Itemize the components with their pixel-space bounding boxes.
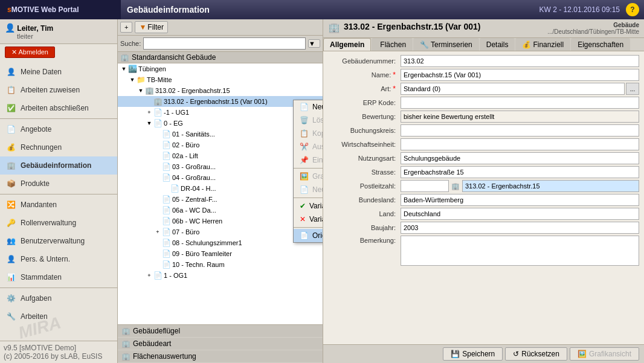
erp-input[interactable] bbox=[401, 97, 639, 109]
sidebar-item-pers-untern[interactable]: 👤 Pers. & Untern. bbox=[0, 250, 117, 268]
sidebar-item-gebaeudeinformation[interactable]: 🏢 Gebäudeinformation bbox=[0, 156, 117, 175]
expand-icon[interactable] bbox=[154, 174, 161, 181]
bundesland-input[interactable] bbox=[401, 194, 639, 206]
tree-item-eg[interactable]: ▼ 📄 0 - EG bbox=[118, 118, 323, 129]
help-button[interactable]: ? bbox=[626, 3, 639, 16]
context-menu-item-neu[interactable]: 📄 Neu bbox=[294, 100, 323, 114]
save-button[interactable]: 💾 Speichern bbox=[443, 347, 503, 361]
tab-flaechen[interactable]: Flächen bbox=[372, 38, 413, 51]
sidebar-item-arbeiten[interactable]: 🔧 Arbeiten bbox=[0, 307, 117, 326]
expand-icon[interactable] bbox=[154, 250, 161, 257]
context-menu-item-variation-verwerfen[interactable]: ✕ Variation verwerfen bbox=[294, 213, 323, 226]
tree-item-sanitaets[interactable]: 📄 01 - Sanitäts... bbox=[118, 129, 323, 140]
tree-item-zentral[interactable]: 📄 05 - Zentral-F... bbox=[118, 194, 323, 205]
context-menu-item-variation-festlegen[interactable]: ✔ Variation festlegen bbox=[294, 199, 323, 213]
land-input[interactable] bbox=[401, 208, 639, 220]
tree-item-313-02-var[interactable]: 🏢 313.02 - Ergenbachstr.15 (Var 001) bbox=[118, 96, 323, 107]
tree-container[interactable]: ▼ 🏙️ Tübingen ▼ 📁 TB-Mitte ▼ 🏢 313.02 - … bbox=[118, 63, 323, 324]
expand-icon[interactable] bbox=[146, 98, 153, 105]
tree-item-techn[interactable]: 📄 10 - Techn. Raum bbox=[118, 259, 323, 270]
context-menu-item-original[interactable]: 📄 Original ▶ 🏢 313.02 - Ergenbachstr.15 bbox=[294, 229, 323, 242]
baujahr-input[interactable] bbox=[401, 222, 639, 234]
strasse-input[interactable] bbox=[401, 166, 639, 178]
name-input[interactable] bbox=[401, 69, 639, 81]
expand-icon[interactable] bbox=[154, 141, 161, 149]
tree-item-og1[interactable]: + 📄 1 - OG1 bbox=[118, 270, 323, 281]
tree-item-buero-team[interactable]: 📄 09 - Büro Teamleiter bbox=[118, 248, 323, 259]
tree-item-schulung[interactable]: 📄 08 - Schulungszimmer1 bbox=[118, 237, 323, 248]
wirtschaft-input[interactable] bbox=[401, 138, 639, 150]
bottom-link-flaechenauswertung[interactable]: 🏢 Flächenauswertung bbox=[118, 350, 323, 363]
tab-finanziell[interactable]: 💰 Finanziell bbox=[515, 38, 570, 51]
expand-icon[interactable]: ▼ bbox=[129, 76, 136, 83]
tab-eigenschaften[interactable]: Eigenschaften bbox=[571, 38, 630, 51]
expand-icon[interactable]: + bbox=[146, 272, 153, 279]
tree-item-tuebingen[interactable]: ▼ 🏙️ Tübingen bbox=[118, 63, 323, 74]
sidebar-item-meine-daten[interactable]: 👤 Meine Daten bbox=[0, 63, 117, 81]
tree-item-wc-da[interactable]: 📄 06a - WC Da... bbox=[118, 205, 323, 216]
logout-button[interactable]: ✕ Abmelden bbox=[5, 47, 55, 58]
art-input[interactable] bbox=[401, 83, 625, 95]
expand-icon[interactable]: ▼ bbox=[120, 65, 127, 72]
art-browse-button[interactable]: ... bbox=[626, 83, 639, 95]
sidebar-item-rechnungen[interactable]: 💰 Rechnungen bbox=[0, 138, 117, 156]
expand-icon[interactable] bbox=[154, 261, 161, 268]
sidebar-item-aufgaben[interactable]: ⚙️ Aufgaben bbox=[0, 289, 117, 307]
tree-item-wc-herren[interactable]: 📄 06b - WC Herren bbox=[118, 216, 323, 226]
tree-item-tb-mitte[interactable]: ▼ 📁 TB-Mitte bbox=[118, 74, 323, 85]
plz-input[interactable] bbox=[401, 180, 449, 192]
tab-terminserien[interactable]: 🔧 Terminserien bbox=[413, 38, 479, 51]
gebaeudenummer-input[interactable] bbox=[401, 55, 639, 67]
form-label: Nutzungsart: bbox=[328, 155, 401, 162]
ort-input[interactable] bbox=[462, 180, 639, 192]
tab-details[interactable]: Details bbox=[480, 38, 515, 51]
tree-item-buero[interactable]: 📄 02 - Büro bbox=[118, 140, 323, 150]
search-input[interactable] bbox=[143, 37, 306, 50]
sidebar-item-stammdaten[interactable]: 📊 Stammdaten bbox=[0, 268, 117, 286]
bottom-link-gebaeudeart[interactable]: 🏢 Gebäudeart bbox=[118, 338, 323, 350]
buchungskreis-input[interactable] bbox=[401, 124, 639, 137]
financial-icon: 💰 bbox=[522, 40, 531, 49]
tree-item-313-02[interactable]: ▼ 🏢 313.02 - Ergenbachstr.15 bbox=[118, 85, 323, 96]
nutzungsart-input[interactable] bbox=[401, 152, 639, 164]
sidebar-item-arbeiten-abschliessen[interactable]: ✅ Arbeiten abschließen bbox=[0, 99, 117, 117]
expand-icon[interactable] bbox=[154, 152, 161, 159]
expand-icon[interactable] bbox=[154, 239, 161, 246]
graphic-button[interactable]: 🖼️ Grafikansicht bbox=[570, 347, 639, 361]
sidebar-item-produkte[interactable]: 📦 Produkte bbox=[0, 175, 117, 193]
bemerkung-textarea[interactable] bbox=[401, 236, 639, 266]
bottom-link-label: Flächenauswertung bbox=[133, 352, 196, 361]
tree-header-label: Standardansicht Gebäude bbox=[132, 53, 216, 62]
tree-item-ug1[interactable]: + 📄 -1 - UG1 bbox=[118, 107, 323, 118]
tree-item-dr04[interactable]: 📄 DR-04 - H... bbox=[118, 183, 323, 194]
sidebar-item-benutzerverwaltung[interactable]: 👥 Benutzerverwaltung bbox=[0, 232, 117, 250]
expand-icon[interactable]: + bbox=[154, 228, 161, 236]
graphic-icon: 🖼️ bbox=[578, 350, 587, 358]
sidebar-item-rollenverwaltung[interactable]: 🔑 Rollenverwaltung bbox=[0, 214, 117, 232]
expand-icon[interactable] bbox=[154, 130, 161, 138]
room-icon: 📄 bbox=[161, 216, 171, 226]
expand-icon[interactable] bbox=[154, 196, 161, 203]
tree-item-buero2[interactable]: + 📄 07 - Büro bbox=[118, 226, 323, 237]
sidebar-item-arbeiten-zuweisen[interactable]: 📋 Arbeiten zuweisen bbox=[0, 81, 117, 99]
expand-icon[interactable]: + bbox=[146, 109, 153, 116]
tree-item-lift[interactable]: 📄 02a - Lift bbox=[118, 150, 323, 161]
expand-icon[interactable] bbox=[163, 185, 170, 192]
expand-icon[interactable] bbox=[154, 163, 161, 170]
expand-icon[interactable]: ▼ bbox=[137, 87, 144, 94]
tree-item-grossraum2[interactable]: 📄 04 - Großrau... bbox=[118, 172, 323, 183]
sidebar-item-mandanten[interactable]: 🔀 Mandanten bbox=[0, 196, 117, 214]
expand-icon[interactable]: ▼ bbox=[146, 120, 153, 127]
filter-button[interactable]: ▼ Filter bbox=[135, 21, 168, 33]
expand-icon[interactable] bbox=[154, 207, 161, 214]
add-button[interactable]: + bbox=[120, 22, 132, 33]
tab-allgemein[interactable]: Allgemein bbox=[323, 38, 371, 51]
tree-item-grossraum1[interactable]: 📄 03 - Großrau... bbox=[118, 161, 323, 172]
expand-icon[interactable] bbox=[154, 217, 161, 225]
context-menu-item-neue-variation: 📄 Neue Variation bbox=[294, 183, 323, 196]
search-dropdown-button[interactable]: ▼ bbox=[308, 39, 320, 48]
reset-button[interactable]: ↺ Rücksetzen bbox=[505, 347, 567, 361]
bottom-link-gebaeudefluegel[interactable]: 🏢 Gebäudeflügel bbox=[118, 325, 323, 338]
form-value bbox=[401, 124, 639, 137]
sidebar-item-angebote[interactable]: 📄 Angebote bbox=[0, 120, 117, 138]
